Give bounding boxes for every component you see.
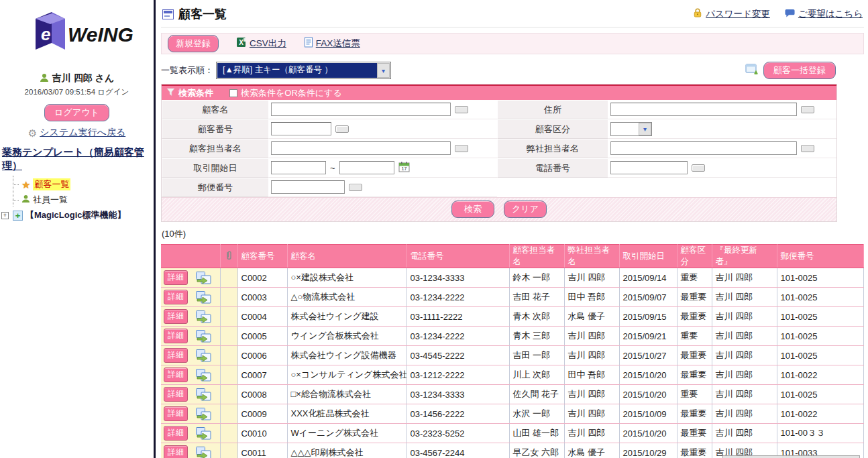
customer-rep-input[interactable] [271, 141, 451, 155]
table-cell: 2015/09/14 [619, 268, 677, 288]
detail-button[interactable]: 詳細 [164, 367, 188, 382]
copy-record-icon[interactable] [195, 290, 212, 304]
or-condition-checkbox[interactable] [229, 89, 237, 97]
lookup-button[interactable] [335, 125, 349, 133]
table-cell: 03-1234-3333 [406, 385, 509, 404]
clear-button[interactable]: クリア [504, 201, 547, 218]
our-rep-input[interactable] [610, 141, 797, 155]
table-cell: 101-0025 [777, 268, 864, 288]
column-header: 取引開始日 [619, 245, 677, 268]
template-heading[interactable]: 業務テンプレート（簡易顧客管理） [0, 146, 154, 173]
detail-button[interactable]: 詳細 [164, 290, 188, 304]
copy-record-icon[interactable] [195, 349, 212, 363]
table-cell: C0006 [237, 346, 287, 365]
copy-record-icon[interactable] [195, 426, 212, 441]
lookup-button[interactable] [801, 106, 814, 113]
lookup-button[interactable] [801, 145, 814, 152]
copy-record-icon[interactable] [195, 407, 212, 421]
plus-box-icon: ＋ [13, 211, 23, 221]
detail-button[interactable]: 詳細 [164, 309, 188, 324]
sidebar-item-customers[interactable]: ★ 顧客一覧 [8, 177, 154, 192]
table-row: 詳細 C0007○×コンサルティング株式会社03-1212-2222川上 次郎田… [161, 365, 864, 385]
bulk-register-icon [745, 63, 759, 78]
trade-start-to-input[interactable] [339, 161, 394, 174]
lookup-button[interactable] [692, 164, 705, 172]
sort-order-select[interactable]: [▲昇順] 主キー（顧客番号 ） ▾ [216, 62, 391, 79]
sidebar-item-magiclogic[interactable]: + ＋ 【MagicLogic標準機能】 [1, 208, 154, 223]
field-label-zip: 郵便番号 [162, 178, 269, 197]
table-cell: 重要 [677, 268, 712, 288]
table-cell: ○×建設株式会社 [287, 268, 406, 288]
system-return-link[interactable]: システム実行へ戻る [40, 127, 125, 139]
table-cell: 101-00３３ [777, 424, 864, 443]
detail-button[interactable]: 詳細 [164, 270, 188, 285]
column-header: 顧客番号 [237, 245, 287, 268]
table-cell: 2015/10/20 [619, 385, 677, 404]
star-icon: ★ [21, 180, 30, 190]
detail-button[interactable]: 詳細 [164, 406, 188, 421]
password-change-link[interactable]: パスワード変更 [706, 8, 770, 20]
result-count: (10件) [161, 228, 864, 240]
lookup-button[interactable] [455, 106, 468, 113]
trade-start-from-input[interactable] [271, 161, 326, 174]
zip-input[interactable] [271, 180, 345, 194]
expand-icon[interactable]: + [1, 212, 9, 219]
field-label-customer-class: 顧客区分 [497, 119, 608, 139]
table-cell: 2015/10/20 [619, 424, 677, 443]
table-cell: 株式会社ウイング建設 [287, 307, 406, 327]
customer-table: 顧客番号顧客名電話番号顧客担当者名弊社担当者名取引開始日顧客区分『最終更新者』郵… [161, 244, 864, 458]
copy-record-icon[interactable] [195, 388, 212, 402]
csv-export-link[interactable]: CSV出力 [250, 38, 286, 50]
table-cell: 101-0025 [777, 307, 864, 327]
table-cell: 水島 優子 [564, 307, 619, 327]
address-input[interactable] [610, 103, 797, 116]
lookup-button[interactable] [455, 145, 468, 152]
horizontal-scrollbar[interactable] [722, 455, 860, 458]
gear-icon: ⚙ [28, 128, 37, 138]
table-cell: 最重要 [677, 288, 712, 307]
table-cell: 03-1234-2222 [406, 288, 509, 307]
table-cell: 吉川 四郎 [564, 268, 619, 288]
table-cell: 101-0022 [777, 365, 864, 385]
table-cell: C0007 [237, 365, 287, 385]
sidebar-item-employees[interactable]: 社員一覧 [8, 192, 154, 208]
customer-name-input[interactable] [271, 103, 451, 116]
column-header: 郵便番号 [777, 245, 864, 268]
table-cell: 田中 吾郎 [564, 365, 619, 385]
copy-record-icon[interactable] [195, 329, 212, 343]
sidebar-item-label: 【MagicLogic標準機能】 [25, 209, 126, 221]
table-row: 詳細 C0010Wイーニング株式会社03-2323-5252山田 雄一郎吉川 四… [161, 424, 864, 443]
bulk-register-button[interactable]: 顧客一括登録 [763, 62, 836, 79]
customer-no-input[interactable] [271, 122, 331, 135]
copy-record-icon[interactable] [195, 271, 212, 285]
lookup-button[interactable] [349, 184, 362, 191]
table-cell: 03-1456-2222 [406, 404, 509, 424]
table-cell: 最重要 [677, 443, 712, 458]
calendar-icon[interactable]: 17 [398, 161, 410, 175]
customer-class-select[interactable]: ▾ [610, 122, 652, 136]
table-cell: 101-0025 [777, 288, 864, 307]
table-cell: C0004 [237, 307, 287, 327]
fax-sheet-link[interactable]: FAX送信票 [316, 38, 360, 50]
tree-connector [13, 176, 13, 207]
range-separator: ~ [330, 163, 335, 173]
copy-record-icon[interactable] [195, 446, 212, 458]
request-link[interactable]: ご要望はこちら [798, 8, 863, 20]
table-cell: 吉川 四郎 [712, 346, 777, 365]
table-cell: 吉川 四郎 [712, 268, 777, 288]
tel-input[interactable] [610, 161, 688, 174]
table-cell: C0009 [237, 404, 287, 424]
detail-button[interactable]: 詳細 [164, 329, 188, 343]
detail-button[interactable]: 詳細 [164, 348, 188, 363]
or-condition-toggle[interactable]: 検索条件をOR条件にする [229, 87, 342, 99]
detail-button[interactable]: 詳細 [164, 445, 188, 458]
detail-button[interactable]: 詳細 [164, 426, 188, 441]
copy-record-icon[interactable] [195, 368, 212, 382]
copy-record-icon[interactable] [195, 310, 212, 324]
logout-button[interactable]: ログアウト [44, 104, 109, 121]
search-button[interactable]: 検索 [451, 201, 494, 218]
new-record-button[interactable]: 新規登録 [168, 35, 219, 52]
table-cell: 吉川 四郎 [712, 288, 777, 307]
sidebar-menu: ★ 顧客一覧 社員一覧 + ＋ 【MagicLogic標準機能】 [8, 177, 154, 223]
detail-button[interactable]: 詳細 [164, 387, 188, 402]
